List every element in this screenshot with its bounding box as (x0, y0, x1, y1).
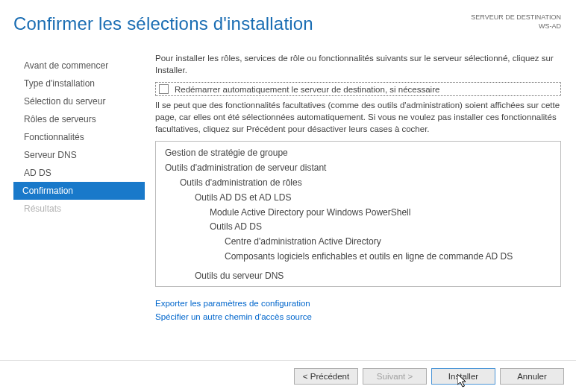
tree-item: Outils du serveur DNS (162, 269, 554, 284)
tree-item: Outils AD DS (162, 220, 554, 235)
tree-item: Outils d'administration de rôles (162, 176, 554, 191)
sidebar-item-server-roles[interactable]: Rôles de serveurs (15, 110, 145, 128)
sidebar-item-dns-server[interactable]: Serveur DNS (15, 146, 145, 164)
previous-button[interactable]: < Précédent (294, 368, 358, 385)
restart-checkbox-row[interactable]: Redémarrer automatiquement le serveur de… (155, 82, 561, 96)
destination-name: WS-AD (471, 22, 561, 31)
intro-text: Pour installer les rôles, services de rô… (155, 52, 561, 76)
export-config-link[interactable]: Exporter les paramètres de configuration (155, 297, 561, 310)
install-button-label: Installer (448, 372, 478, 381)
restart-checkbox[interactable] (159, 84, 169, 94)
sidebar-item-features[interactable]: Fonctionnalités (15, 128, 145, 146)
cancel-button-label: Annuler (517, 372, 547, 381)
tree-item: Gestion de stratégie de groupe (162, 146, 554, 161)
main-area: Avant de commencer Type d'installation S… (0, 34, 576, 346)
footer: < Précédent Suivant > Installer Annuler (0, 360, 576, 392)
sidebar: Avant de commencer Type d'installation S… (0, 51, 145, 346)
sidebar-item-before-begin[interactable]: Avant de commencer (15, 57, 145, 75)
sidebar-item-ad-ds[interactable]: AD DS (15, 164, 145, 182)
selections-tree[interactable]: Gestion de stratégie de groupe Outils d'… (155, 141, 561, 287)
destination-block: SERVEUR DE DESTINATION WS-AD (471, 13, 561, 31)
tree-item: Outils AD DS et AD LDS (162, 191, 554, 206)
tree-item: Centre d'administration Active Directory (162, 235, 554, 250)
previous-button-label: < Précédent (303, 372, 349, 381)
sidebar-item-install-type[interactable]: Type d'installation (15, 75, 145, 92)
install-button[interactable]: Installer (431, 368, 495, 385)
alt-source-link[interactable]: Spécifier un autre chemin d'accès source (155, 311, 561, 323)
sidebar-item-results: Résultats (15, 200, 145, 218)
note-text: Il se peut que des fonctionnalités facul… (155, 99, 561, 135)
page-title: Confirmer les sélections d'installation (13, 13, 313, 34)
header: Confirmer les sélections d'installation … (0, 0, 576, 34)
tree-item: Outils d'administration de serveur dista… (162, 161, 554, 176)
tree-item: Module Active Directory pour Windows Pow… (162, 206, 554, 221)
restart-checkbox-label: Redémarrer automatiquement le serveur de… (175, 85, 439, 94)
next-button-label: Suivant > (377, 372, 413, 381)
sidebar-item-confirmation[interactable]: Confirmation (13, 182, 145, 200)
config-links: Exporter les paramètres de configuration… (155, 297, 561, 323)
destination-label: SERVEUR DE DESTINATION (471, 13, 561, 22)
next-button: Suivant > (363, 368, 427, 385)
tree-item: Composants logiciels enfichables et outi… (162, 250, 554, 265)
content-area: Pour installer les rôles, services de rô… (145, 51, 576, 346)
cancel-button[interactable]: Annuler (500, 368, 564, 385)
sidebar-item-server-selection[interactable]: Sélection du serveur (15, 92, 145, 110)
